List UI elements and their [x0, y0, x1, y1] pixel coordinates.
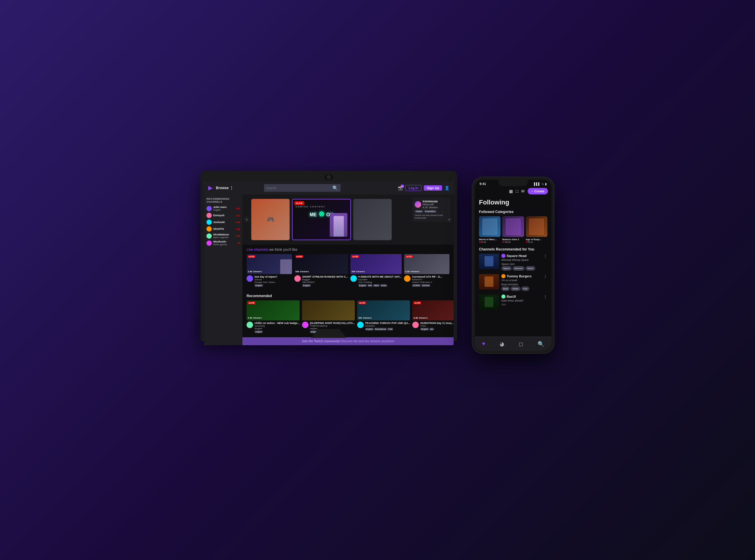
nav-heart-icon[interactable]: ♥: [482, 341, 486, 347]
section-title-live-sub: we think you'll like: [269, 247, 298, 252]
channel-tag: fps: [429, 328, 434, 331]
sidebar-avatar: [206, 240, 212, 246]
channel-card[interactable]: ●LIVE 3.5k Viewers chillin on tarkov - N…: [247, 300, 300, 334]
channel-card[interactable]: ●LIVE 69k Viewers SHORT STREAM RANKED WI…: [294, 254, 348, 288]
category-thumb-aoe: [526, 216, 547, 237]
main-content: ‹ 🎮: [242, 195, 454, 345]
create-label: Create: [534, 189, 545, 193]
carousel-arrow-right[interactable]: ›: [446, 216, 452, 223]
notification-icon[interactable]: 📸 44: [398, 185, 403, 190]
log-in-button[interactable]: Log In: [405, 185, 422, 191]
browse-icon[interactable]: □: [516, 189, 518, 194]
channel-tag: English: [302, 284, 311, 287]
hero-card-main[interactable]: ●LIVE GAMING CONTENT ME ⊗ ON: [292, 199, 351, 240]
followed-categories-header: Followed Categories: [479, 210, 547, 214]
channel-tag: English: [254, 284, 263, 287]
channel-tag: Chill: [387, 328, 393, 331]
channel-card[interactable]: ●LIVE 35k Viewers ♥ DEBATE WITH ME ABOUT…: [350, 254, 402, 288]
sidebar-item[interactable]: HiroWattson Apex Legends 7.3k: [206, 233, 240, 239]
category-viewers-aoe: 90,2k: [526, 241, 547, 243]
viewers-badge: 6.8k Viewers: [413, 317, 428, 319]
search-bar[interactable]: 🔍: [264, 184, 341, 192]
search-input[interactable]: [266, 186, 331, 190]
sidebar-item[interactable]: Emmyuh 311: [206, 213, 240, 218]
sidebar-item[interactable]: Joshoeki 2.9k: [206, 220, 240, 225]
phone-screen: 9:41 ▌▌▌ ∿ ▮ ▦ □ ✉ ○ Create Following: [475, 180, 551, 351]
sign-up-button[interactable]: Sign Up: [424, 185, 442, 191]
live-badge: ●LIVE: [295, 255, 303, 258]
category-card[interactable]: Baldurs Gate 3 100,8k: [502, 216, 524, 243]
category-card[interactable]: Age of Empi... 90,2k: [526, 216, 547, 243]
sidebar-name: John mars: [213, 206, 234, 208]
browse-button[interactable]: Browse ⋮: [216, 186, 233, 190]
hero-info-panel: ironmouse Minecraft 8.2K viewers Vtuber …: [412, 197, 451, 222]
phone-channel-thumb-basui: [479, 295, 499, 310]
channel-tag: Asian: [380, 284, 387, 287]
channel-avatar: [294, 275, 301, 282]
channel-card[interactable]: ●LIVE 3.8k Viewers last day of wipee?: [247, 254, 292, 288]
channel-details: chillin on tarkov - NEW sub badge... sum…: [254, 322, 300, 333]
section-title-live: Live channels we think you'll like: [247, 247, 449, 252]
phone-channel-name: Yummy Burgers: [507, 274, 531, 278]
create-button[interactable]: ○ Create: [528, 188, 548, 195]
channel-details: TEACHING TARKOV PVP AND QU... SheefGG En…: [365, 322, 410, 331]
viewers-badge: 35k Viewers: [351, 270, 365, 273]
hero-card-side-left[interactable]: 🎮: [251, 199, 290, 240]
more-options-button[interactable]: ⋮: [543, 274, 547, 279]
wifi-icon: ∿: [542, 182, 544, 185]
phone-channel-item[interactable]: BasUI Dark times ahead? ??? ⋮: [479, 295, 547, 310]
mail-icon[interactable]: ✉: [521, 189, 525, 194]
nav-layers-icon[interactable]: ◻: [519, 341, 523, 347]
nav-compass-icon[interactable]: ◕: [499, 341, 504, 347]
hero-tag-vtuber: Vtuber: [415, 210, 423, 213]
channel-game: English: [254, 327, 300, 330]
hero-gaming-text: GAMING CONTENT: [295, 205, 325, 208]
channel-info: chillin on tarkov - NEW sub badge... sum…: [247, 320, 300, 334]
live-badge: ●LIVE: [413, 302, 421, 304]
sidebar-avatar: [206, 233, 212, 239]
channel-tag: English: [420, 328, 429, 331]
phone-channel-item[interactable]: Yummy Burgers I'm on a boat! Boat simula…: [479, 274, 547, 291]
channel-card[interactable]: ●LIVE 6.8k Viewers Cornwood GTA RP - G..…: [404, 254, 449, 288]
sidebar-sub: Apex Legends: [213, 236, 234, 239]
more-options-button[interactable]: ⋮: [543, 254, 547, 258]
twitch-header: ▶ Browse ⋮ 🔍 📸 44: [204, 181, 454, 195]
channel-title: chillin on tarkov - NEW sub badge...: [254, 322, 300, 324]
phone-channel-item[interactable]: Square Head Whooop Whoop Space Space Jam…: [479, 254, 547, 271]
sidebar-item[interactable]: John mars english 1.6k: [206, 206, 240, 211]
hero-cards: 🎮 ●LIVE GAMING CONTENT ME: [242, 195, 454, 245]
channel-name: EsfandTV: [412, 278, 449, 281]
channel-thumb: ●LIVE 69k Viewers: [294, 254, 348, 274]
channel-card[interactable]: ●LIVE 6.8k Viewers ISUBATHON Day 3 | Iso…: [412, 300, 454, 334]
channel-title: ISUBATHON Day 3 | Isoq...: [420, 322, 454, 324]
monitor-bezel: ▶ Browse ⋮ 🔍 📸 44: [201, 171, 457, 329]
sidebar-info: ShivFPS: [213, 227, 234, 231]
search-icon: 🔍: [332, 185, 338, 191]
sidebar-item[interactable]: Woohooln WoW (game) 24: [206, 240, 240, 246]
category-card[interactable]: World of Warc... 30,3k: [479, 216, 501, 243]
channel-info: Cornwood GTA RP - G... EsfandTV Grand Th…: [404, 274, 449, 288]
hero-streamer: ironmouse Minecraft 8.2K viewers: [415, 200, 448, 209]
sidebar-count: 2.9k: [236, 221, 240, 224]
phone-tag: Water: [511, 286, 520, 291]
live-channels-section: Live channels we think you'll like ●LIVE…: [242, 245, 454, 291]
sidebar-item[interactable]: ShivFPS 1.3k: [206, 226, 240, 232]
phone-channel-thumb-burgers: [479, 274, 499, 289]
channel-tags: english: [254, 331, 300, 333]
hero-card-side-right[interactable]: [353, 199, 392, 240]
channel-card[interactable]: ●LIVE 30k Viewers TEACHING TARKOV PVP AN…: [357, 300, 410, 334]
phone-channel-title-text: I'm on a boat!: [502, 279, 547, 282]
channel-avatar: [247, 275, 253, 282]
channel-avatar: [357, 322, 364, 328]
footer-text: Join the Twitch community!: [302, 340, 340, 343]
sidebar-name: Emmyuh: [213, 214, 235, 217]
more-options-button[interactable]: ⋮: [543, 295, 547, 299]
channel-avatar: [404, 275, 410, 282]
cast-icon[interactable]: ▦: [509, 189, 513, 194]
phone-header: ▦ □ ✉ ○ Create: [475, 187, 551, 196]
sidebar-count: 1.6k: [236, 207, 240, 210]
viewers-badge: 3.8k Viewers: [248, 270, 262, 273]
phone-channel-info: Square Head Whooop Whoop Space Space Jam…: [502, 254, 547, 271]
carousel-arrow-left[interactable]: ‹: [244, 216, 250, 223]
nav-search-icon[interactable]: 🔍: [538, 341, 544, 347]
